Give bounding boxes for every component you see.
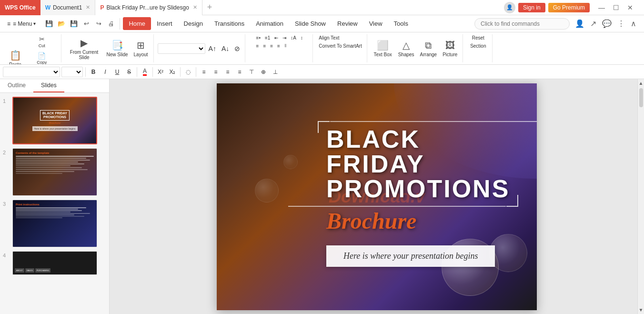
arrange-button[interactable]: ⧉ Arrange <box>418 36 440 61</box>
font-size-large-select[interactable] <box>158 43 205 54</box>
vertical-scrollbar[interactable]: ▲ ▼ <box>637 79 644 314</box>
clear-format-btn[interactable]: ⊘ <box>232 44 242 53</box>
tab-review[interactable]: Review <box>332 17 363 30</box>
wps-logo[interactable]: WPS Office <box>0 0 40 15</box>
strikethrough-button[interactable]: S <box>124 67 134 77</box>
close-button[interactable]: ✕ <box>624 1 637 14</box>
clear-formatting-button[interactable]: ◌ <box>183 67 193 77</box>
save2-quick-btn[interactable]: 💾 <box>68 18 80 30</box>
save-quick-btn[interactable]: 💾 <box>43 18 55 30</box>
outline-tab[interactable]: Outline <box>0 79 33 92</box>
from-current-slide-button[interactable]: ▶ From Current Slide <box>65 36 103 61</box>
font-family-select[interactable] <box>3 67 60 77</box>
paragraph-buttons: ≡• ≡1 ⇤ ⇥ ↕A ↕ ≡ ≡ ≡ ≡ ⫴ <box>254 34 305 62</box>
comments-icon[interactable]: 💬 <box>601 18 613 30</box>
subscript-button[interactable]: X₂ <box>167 67 178 77</box>
tab-document1[interactable]: W Document1 ✕ <box>40 0 96 15</box>
panel-tabs: Outline Slides <box>0 79 109 93</box>
align-center-btn[interactable]: ≡ <box>261 42 268 50</box>
font-buttons: A↑ A↓ ⊘ <box>158 34 242 62</box>
justify-fmt-btn[interactable]: ≡ <box>234 67 245 77</box>
bold-button[interactable]: B <box>88 67 99 77</box>
increase-indent-btn[interactable]: ⇥ <box>281 34 288 41</box>
slide-item-2[interactable]: 2 Contents of the template <box>3 148 106 196</box>
superscript-button[interactable]: X² <box>155 67 166 77</box>
user-icon[interactable]: 👤 <box>504 2 515 13</box>
align-right-fmt-btn[interactable]: ≡ <box>222 67 233 77</box>
redo-btn[interactable]: ↪ <box>93 18 104 30</box>
section-button[interactable]: Section <box>468 42 488 50</box>
convert-smartart-button[interactable]: Convert To SmartArt <box>317 42 363 50</box>
text-box-button[interactable]: ⬜ Text Box <box>371 36 395 61</box>
slide-item-1[interactable]: 1 BLACK FRIDAYPROMOTIONS Brochure Here i… <box>3 97 106 144</box>
tab-transitions[interactable]: Transitions <box>209 17 250 30</box>
undo-btn[interactable]: ↩ <box>80 18 92 30</box>
menu-bar: ≡≡ Menu ▾ 💾 📂 💾 ↩ ↪ 🖨 Home Insert Design… <box>0 15 644 32</box>
maximize-button[interactable]: ☐ <box>609 1 623 14</box>
align-middle-fmt-btn[interactable]: ⊕ <box>258 67 269 77</box>
numbering-btn[interactable]: ≡1 <box>263 34 272 41</box>
search-input[interactable] <box>474 18 570 30</box>
picture-button[interactable]: 🖼 Picture <box>440 36 460 61</box>
reset-button[interactable]: Reset <box>470 34 486 41</box>
shapes-button[interactable]: △ Shapes <box>396 36 417 61</box>
tab-close-document1[interactable]: ✕ <box>86 4 90 10</box>
slide-item-4[interactable]: 4 ABOUT SALES PURCHASING <box>3 251 106 275</box>
menu-dropdown-button[interactable]: ≡≡ Menu ▾ <box>2 19 40 29</box>
align-right-btn[interactable]: ≡ <box>268 42 275 50</box>
tab-slideshow[interactable]: Slide Show <box>289 17 332 30</box>
tab-home[interactable]: Home <box>123 17 151 30</box>
minimize-button[interactable]: — <box>595 1 608 14</box>
slide-number-2: 2 <box>3 148 10 155</box>
tab-insert[interactable]: Insert <box>151 17 178 30</box>
tab-animation[interactable]: Animation <box>250 17 289 30</box>
align-left-fmt-btn[interactable]: ≡ <box>199 67 209 77</box>
decrease-indent-btn[interactable]: ⇤ <box>272 34 280 41</box>
tab-view[interactable]: View <box>363 17 388 30</box>
tab-close-black-friday[interactable]: ✕ <box>193 4 197 10</box>
arrange-icon: ⧉ <box>425 40 432 51</box>
align-top-fmt-btn[interactable]: ⊤ <box>246 67 257 77</box>
align-center-fmt-btn[interactable]: ≡ <box>211 67 221 77</box>
scroll-thumb[interactable] <box>639 88 643 107</box>
slide-item-3[interactable]: 3 Print instructions <box>3 200 106 247</box>
columns-btn[interactable]: ⫴ <box>282 42 288 50</box>
copy-button[interactable]: 📄 Copy <box>26 51 58 65</box>
slides-tab[interactable]: Slides <box>33 79 64 92</box>
text-direction-btn[interactable]: ↕A <box>289 34 298 41</box>
go-premium-button[interactable]: Go Premium <box>548 3 590 12</box>
share-icon[interactable]: ↗ <box>589 18 598 30</box>
italic-button[interactable]: I <box>100 67 111 77</box>
align-left-btn[interactable]: ≡ <box>254 42 261 50</box>
sign-in-button[interactable]: Sign in <box>518 3 545 12</box>
tab-tools[interactable]: Tools <box>388 17 414 30</box>
new-tab-button[interactable]: + <box>202 0 217 15</box>
cut-button[interactable]: ✂ Cut <box>26 34 58 49</box>
collapse-icon[interactable]: ∧ <box>629 18 638 30</box>
justify-btn[interactable]: ≡ <box>275 42 282 50</box>
increase-font-btn[interactable]: A↑ <box>207 44 218 53</box>
slide-thumb-1: BLACK FRIDAYPROMOTIONS Brochure Here is … <box>12 97 97 144</box>
font-size-select[interactable] <box>61 67 83 77</box>
align-text-button[interactable]: Align Text <box>317 34 341 41</box>
scroll-up-arrow[interactable]: ▲ <box>637 79 644 87</box>
brochure-text: Brochure <box>326 208 416 234</box>
scroll-down-arrow[interactable]: ▼ <box>637 306 644 314</box>
slide-main[interactable]: Download.v BLACK FRIDAY PROMOTIONS <box>217 83 537 310</box>
align-bottom-fmt-btn[interactable]: ⊥ <box>270 67 281 77</box>
font-color-button[interactable]: A <box>140 67 150 77</box>
tab-black-friday[interactable]: P Black Friday Pr...ure by Slidesgo ✕ <box>95 0 202 15</box>
layout-button[interactable]: ⊞ Layout <box>131 36 151 61</box>
separator-2 <box>137 67 137 77</box>
underline-button[interactable]: U <box>112 67 122 77</box>
paste-button[interactable]: 📋 Paste <box>6 46 25 65</box>
bullets-btn[interactable]: ≡• <box>254 34 262 41</box>
profile-icon[interactable]: 👤 <box>574 18 586 30</box>
new-slide-button[interactable]: 📑 New Slide <box>104 36 131 61</box>
more-icon[interactable]: ⋮ <box>616 18 626 30</box>
decrease-font-btn[interactable]: A↓ <box>220 44 231 53</box>
line-spacing-btn[interactable]: ↕ <box>299 34 305 41</box>
print-quick-btn[interactable]: 🖨 <box>105 18 117 30</box>
open-quick-btn[interactable]: 📂 <box>56 18 67 30</box>
tab-design[interactable]: Design <box>178 17 209 30</box>
